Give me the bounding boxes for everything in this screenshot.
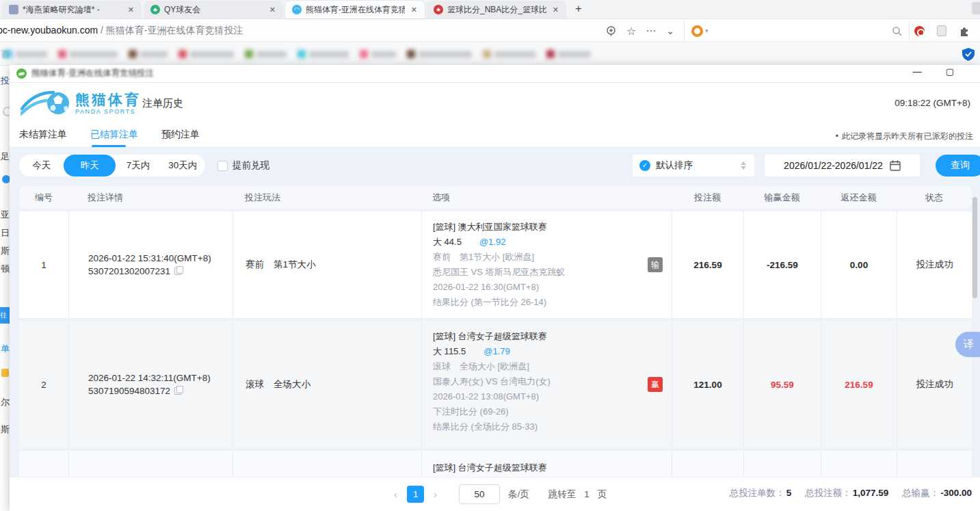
dropdown-chevron-icon[interactable]: ⌄: [666, 25, 674, 36]
tab-unsettled[interactable]: 未结算注单: [19, 129, 67, 141]
tab-close-icon[interactable]: ✕: [126, 5, 136, 14]
window-control-fragment: [972, 2, 980, 14]
search-engine-logo-icon: [691, 25, 703, 37]
tab-close-icon[interactable]: ✕: [409, 5, 419, 14]
cell-stake: 121.00: [672, 321, 743, 448]
bet-tabs: 未结算注单 已结算注单 预约注单 此记录将显示昨天所有已派彩的投注: [10, 123, 980, 148]
new-tab-button[interactable]: +: [570, 1, 587, 17]
cashout-checkbox[interactable]: [217, 161, 228, 171]
total-stake: 总投注额：1,077.59: [805, 487, 888, 499]
window-title-bar[interactable]: 熊猫体育-亚洲在线体育竞猜投注 — ▢ ✕: [10, 65, 980, 83]
bookmark-item[interactable]: [360, 50, 396, 58]
more-menu-icon[interactable]: ⋯: [646, 25, 657, 37]
tab-reserved[interactable]: 预约注单: [161, 129, 200, 141]
bookmark-item[interactable]: [245, 50, 287, 58]
page-size-unit: 条/页: [508, 488, 529, 501]
tab-title: *海燕策略研究論壇* -: [23, 4, 122, 16]
cashout-filter[interactable]: 提前兑现: [217, 159, 269, 172]
browser-tab-1[interactable]: *海燕策略研究論壇* - ✕: [2, 1, 142, 18]
maximize-button[interactable]: ▢: [944, 66, 956, 77]
range-7days[interactable]: 7天内: [116, 159, 160, 172]
bookmark-item[interactable]: [129, 50, 168, 58]
brand-name: 熊猫体育: [75, 92, 141, 107]
match-line: 国泰人寿(女) VS 台湾电力(女): [433, 374, 672, 389]
notice-text: 此记录将显示昨天所有已派彩的投注: [836, 131, 973, 142]
copy-icon[interactable]: [174, 386, 182, 394]
bookmark-item[interactable]: [297, 50, 349, 58]
translate-button[interactable]: 译: [955, 332, 980, 357]
strip-text-fragment: 斯: [1, 423, 10, 436]
prev-page-button[interactable]: ‹: [393, 488, 399, 500]
search-engine-caret-icon[interactable]: ▾: [705, 27, 708, 34]
bookmark-star-icon[interactable]: ☆: [626, 25, 636, 38]
screen: *海燕策略研究論壇* - ✕ ♣ QY球友会 ✕ ◠ 熊猫体育-亚洲在线体育竞猜…: [0, 0, 980, 511]
strip-text-fragment: 日: [1, 227, 10, 239]
shield-bookmark-icon[interactable]: [962, 48, 975, 61]
sort-check-icon: ✓: [639, 160, 650, 171]
cell-winloss: 95.59: [743, 321, 821, 448]
browser-tab-3-active[interactable]: ◠ 熊猫体育-亚洲在线体育竞猜 ✕: [285, 1, 425, 18]
url-host: pc-new.youbaokun.com: [0, 25, 98, 36]
reader-mode-icon[interactable]: [605, 25, 617, 37]
bookmark-item[interactable]: [178, 50, 234, 58]
sort-dropdown[interactable]: ✓ 默认排序: [633, 155, 754, 176]
tab-settled[interactable]: 已结算注单: [90, 129, 138, 141]
bookmark-item[interactable]: [58, 50, 118, 58]
pagination: ‹ 1 › 条/页 跳转至 1 页: [393, 484, 607, 504]
browser-tab-4[interactable]: ★ 篮球比分_NBA比分_篮球比 ✕: [427, 1, 566, 18]
url-zone[interactable]: pc-new.youbaokun.com / 熊猫体育-亚洲在线体育竞猜投注 ☆…: [0, 20, 684, 42]
strip-dot-fragment: [2, 175, 10, 183]
close-button[interactable]: ✕: [977, 66, 980, 77]
range-yesterday-active[interactable]: 昨天: [64, 155, 116, 176]
window-favicon-icon: [16, 68, 27, 79]
browser-tab-2[interactable]: ♣ QY球友会 ✕: [144, 1, 283, 18]
cashout-label: 提前兑现: [233, 159, 269, 172]
tab-close-icon[interactable]: ✕: [267, 5, 278, 14]
copy-icon[interactable]: [174, 266, 182, 274]
win-badge: 赢: [648, 377, 663, 392]
minimize-button[interactable]: —: [911, 66, 923, 77]
query-button[interactable]: 查询: [936, 155, 980, 176]
table-row-partial: [篮球] 台湾女子超级篮球联赛: [19, 451, 972, 477]
strip-text-fragment: 尔: [1, 396, 10, 408]
browser-tab-strip: *海燕策略研究論壇* - ✕ ♣ QY球友会 ✕ ◠ 熊猫体育-亚洲在线体育竞猜…: [0, 0, 980, 19]
cell-detail: 2026-01-22 14:32:11(GMT+8) 5307190594803…: [68, 321, 233, 448]
tab-title: 熊猫体育-亚洲在线体育竞猜: [306, 4, 405, 16]
league-name: [篮球] 澳大利亚国家篮球联赛: [433, 220, 672, 235]
table-row: 1 2026-01-22 15:31:40(GMT+8) 53072013020…: [19, 211, 972, 318]
league-name: [篮球] 台湾女子超级篮球联赛: [433, 460, 672, 475]
range-today[interactable]: 今天: [19, 159, 64, 172]
extension-gray-icon[interactable]: [937, 25, 946, 36]
page-size-input[interactable]: [459, 484, 500, 504]
search-icon[interactable]: [892, 26, 902, 36]
bets-table: 编号 投注详情 投注玩法 选项 投注额 输赢金额 返还金额 状态 1 2026-…: [19, 186, 972, 477]
scrollbar-thumb[interactable]: [972, 197, 977, 298]
bet-time: 2026-01-22 15:31:40(GMT+8): [88, 253, 233, 263]
result-line: 结果比分 (第一节比分 26-14): [433, 295, 672, 310]
date-range-picker[interactable]: 2026/01/22-2026/01/22: [765, 155, 920, 176]
cell-detail: 2026-01-22 15:31:40(GMT+8) 5307201302007…: [68, 211, 233, 318]
col-detail: 投注详情: [68, 192, 233, 204]
puzzle-extensions-icon[interactable]: [959, 25, 970, 37]
range-30days[interactable]: 30天内: [161, 159, 205, 172]
next-page-button[interactable]: ›: [432, 488, 438, 500]
play-type: 赛前: [246, 259, 264, 271]
cell-no: 2: [19, 321, 68, 448]
strip-text-fragment: 投: [1, 75, 10, 87]
totals-summary: 总投注单数：5 总投注额：1,077.59 总输赢：-300.00: [730, 487, 972, 499]
browser-search-box[interactable]: ▾: [684, 20, 910, 42]
bookmark-item[interactable]: [546, 50, 591, 58]
bookmark-item[interactable]: [407, 50, 472, 58]
cell-no: [19, 451, 68, 477]
tab-close-icon[interactable]: ✕: [551, 5, 561, 14]
bookmark-item[interactable]: [483, 50, 535, 58]
extension-red-icon[interactable]: [914, 26, 925, 36]
strip-text-fragment: 单: [1, 343, 10, 355]
panda-sports-ball-icon: [21, 88, 71, 118]
cell-play: [233, 451, 421, 477]
bookmark-item[interactable]: [4, 50, 47, 58]
jump-page-value[interactable]: 1: [584, 489, 590, 499]
current-page-button[interactable]: 1: [407, 486, 424, 503]
live-score-line: 下注时比分 (69-26): [433, 404, 672, 419]
cell-winloss: [743, 451, 821, 477]
